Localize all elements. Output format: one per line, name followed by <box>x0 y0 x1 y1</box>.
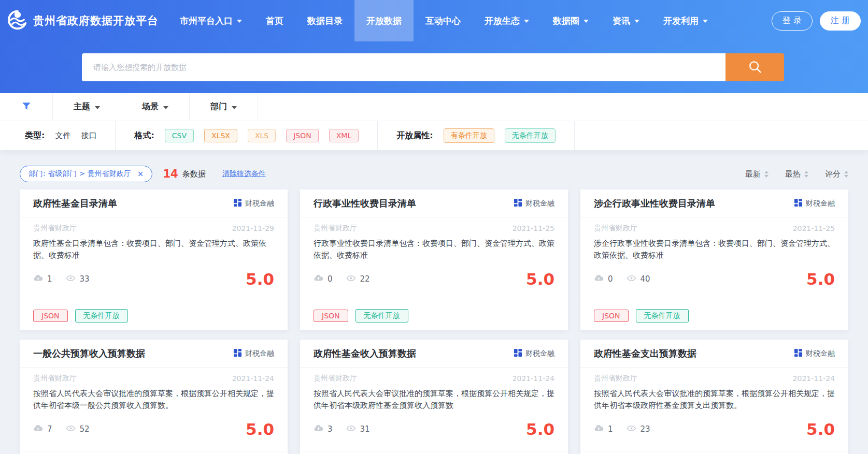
nav-item-open-data[interactable]: 开放数据 <box>354 0 414 41</box>
active-filter-chip[interactable]: 部门: 省级部门 > 贵州省财政厅 × <box>20 166 152 182</box>
dataset-title: 行政事业性收费目录清单 <box>314 197 416 210</box>
dataset-rating: 5.0 <box>526 270 554 288</box>
open-attr-tag: 无条件开放 <box>636 309 689 323</box>
nav-item-label: 市州平台入口 <box>180 15 233 27</box>
dataset-title: 政府性基金目录清单 <box>33 197 117 210</box>
download-icon <box>314 273 323 285</box>
login-button[interactable]: 登 录 <box>772 11 813 31</box>
type-option-file[interactable]: 文件 <box>55 131 70 141</box>
searchbar <box>82 53 784 81</box>
format-filter-xls[interactable]: XLS <box>248 129 276 142</box>
format-tag: JSON <box>314 310 348 322</box>
dataset-category: 财税金融 <box>525 199 554 208</box>
nav-item-city-portal[interactable]: 市州平台入口 <box>168 0 254 41</box>
filter-theme-label: 主题 <box>74 101 90 112</box>
sort-hottest[interactable]: 最热 <box>785 169 808 179</box>
sort-arrows-icon <box>844 171 848 178</box>
chevron-down-icon <box>237 20 242 23</box>
chevron-down-icon <box>95 106 100 109</box>
chevron-down-icon <box>634 20 639 23</box>
dataset-category: 财税金融 <box>525 349 554 358</box>
open-attr-tag: 无条件开放 <box>75 309 128 323</box>
sort-arrows-icon <box>804 171 808 178</box>
dataset-category: 财税金融 <box>806 199 835 208</box>
open-attr-unconditional[interactable]: 无条件开放 <box>505 128 556 143</box>
nav-item-data-circle[interactable]: 数据圈 <box>541 0 601 41</box>
open-attr-conditional[interactable]: 有条件开放 <box>444 128 494 143</box>
view-count: 22 <box>360 274 370 284</box>
nav-item-data-catalog[interactable]: 数据目录 <box>295 0 354 41</box>
category-icon <box>234 199 241 208</box>
view-count: 40 <box>641 274 650 284</box>
dataset-card[interactable]: 政府性基金支出预算数据 财税金融 贵州省财政厅 2021-11-24 按照省人民… <box>580 340 848 454</box>
dataset-description: 涉企行政事业性收费目录清单包含：收费项目、部门、资金管理方式、政策依据、收费标准 <box>594 238 835 261</box>
filter-funnel-button[interactable] <box>0 93 53 121</box>
format-filter-xlsx[interactable]: XLSX <box>204 129 237 142</box>
chevron-down-icon <box>703 20 708 23</box>
views-icon <box>346 273 356 285</box>
category-icon <box>794 349 802 358</box>
dataset-card[interactable]: 行政事业性收费目录清单 财税金融 贵州省财政厅 2021-11-25 行政事业性… <box>300 189 568 330</box>
sort-newest[interactable]: 最新 <box>745 169 769 179</box>
search-input[interactable] <box>82 53 725 81</box>
category-icon <box>514 349 522 358</box>
filter-department[interactable]: 部门 <box>190 93 258 121</box>
nav-item-interaction-center[interactable]: 互动中心 <box>414 0 473 41</box>
site-title: 贵州省政府数据开放平台 <box>33 13 159 28</box>
dataset-card[interactable]: 政府性基金目录清单 财税金融 贵州省财政厅 2021-11-29 政府性基金目录… <box>20 189 288 330</box>
active-filter-chip-label: 部门: 省级部门 > 贵州省财政厅 <box>29 169 131 179</box>
dataset-date: 2021-11-24 <box>513 374 554 383</box>
dataset-description: 按照省人民代表大会审议批准的预算草案，根据预算公开相关规定，提供年初省本级政府性… <box>314 388 554 412</box>
dataset-date: 2021-11-25 <box>513 224 554 232</box>
views-icon <box>66 423 76 435</box>
format-tag: JSON <box>33 310 68 322</box>
type-label: 类型: <box>25 130 45 141</box>
filter-bar: 主题 场景 部门 <box>0 93 868 121</box>
dataset-category: 财税金融 <box>245 199 274 208</box>
platform-logo-icon <box>5 8 29 34</box>
dataset-description: 按照省人民代表大会审议批准的预算草案，根据预算公开相关规定，提供年初省本级一般公… <box>33 388 274 412</box>
search-button[interactable] <box>725 53 784 81</box>
sort-hottest-label: 最热 <box>785 169 801 179</box>
download-count: 0 <box>328 274 333 284</box>
results-section: 部门: 省级部门 > 贵州省财政厅 × 14 条数据 清除筛选条件 最新 最热 … <box>0 166 868 454</box>
views-icon <box>627 423 636 435</box>
dataset-title: 政府性基金收入预算数据 <box>314 347 416 360</box>
nav-item-news[interactable]: 资讯 <box>601 0 651 41</box>
sort-rating-label: 评分 <box>825 169 841 179</box>
dataset-title: 涉企行政事业性收费目录清单 <box>594 197 715 210</box>
dataset-description: 行政事业性收费目录清单包含：收费项目、部门、资金管理方式、政策依据、收费标准 <box>314 238 554 261</box>
download-count: 1 <box>47 274 52 284</box>
dataset-card[interactable]: 一般公共预算收入预算数据 财税金融 贵州省财政厅 2021-11-24 按照省人… <box>20 340 288 454</box>
dataset-card[interactable]: 政府性基金收入预算数据 财税金融 贵州省财政厅 2021-11-24 按照省人民… <box>300 340 568 454</box>
type-option-api[interactable]: 接口 <box>81 131 96 141</box>
dataset-category: 财税金融 <box>245 349 274 358</box>
format-filter-json[interactable]: JSON <box>286 129 319 142</box>
brand[interactable]: 贵州省政府数据开放平台 <box>5 0 168 41</box>
nav-item-development[interactable]: 开发利用 <box>651 0 720 41</box>
dataset-agency: 贵州省财政厅 <box>594 224 637 233</box>
site-header: 贵州省政府数据开放平台 市州平台入口 首页 数据目录 开放数据 互动中心 <box>0 0 868 93</box>
funnel-icon <box>21 100 32 114</box>
format-filter-xml[interactable]: XML <box>329 129 359 142</box>
open-attr-tag: 无条件开放 <box>355 309 408 323</box>
filter-scene[interactable]: 场景 <box>121 93 190 121</box>
close-icon[interactable]: × <box>137 170 144 178</box>
nav-item-home[interactable]: 首页 <box>254 0 295 41</box>
nav-item-open-ecosystem[interactable]: 开放生态 <box>473 0 541 41</box>
nav-item-label: 互动中心 <box>425 15 461 27</box>
format-filter-csv[interactable]: CSV <box>165 129 194 142</box>
chevron-down-icon <box>163 106 168 109</box>
filter-theme[interactable]: 主题 <box>53 93 121 121</box>
chevron-down-icon <box>524 20 529 23</box>
view-count: 23 <box>641 424 650 434</box>
dataset-title: 政府性基金支出预算数据 <box>594 347 696 360</box>
format-label: 格式: <box>134 130 154 141</box>
sort-rating[interactable]: 评分 <box>825 169 848 179</box>
clear-filters-link[interactable]: 清除筛选条件 <box>222 169 266 179</box>
page: 贵州省政府数据开放平台 市州平台入口 首页 数据目录 开放数据 互动中心 <box>0 0 868 454</box>
register-button[interactable]: 注 册 <box>820 11 861 31</box>
dataset-card[interactable]: 涉企行政事业性收费目录清单 财税金融 贵州省财政厅 2021-11-25 涉企行… <box>580 189 848 330</box>
category-icon <box>794 199 802 208</box>
dataset-date: 2021-11-24 <box>232 374 274 383</box>
